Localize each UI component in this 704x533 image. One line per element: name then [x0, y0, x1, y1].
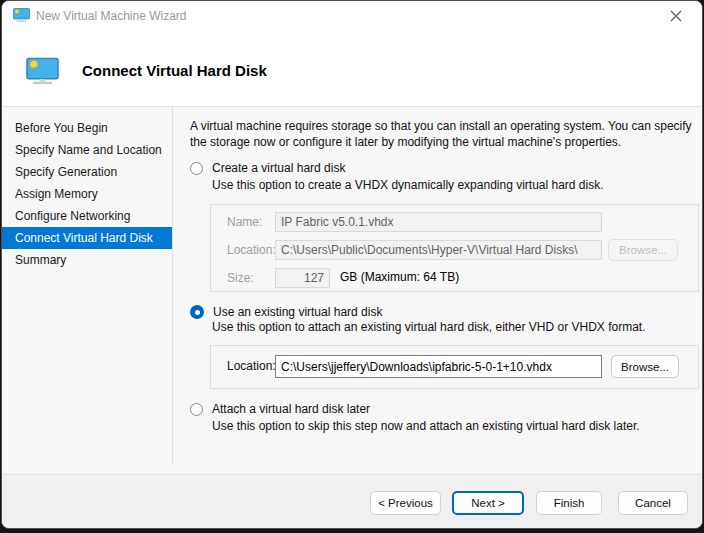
size-suffix: GB (Maximum: 64 TB)	[340, 270, 459, 284]
location-field[interactable]	[275, 355, 602, 378]
page-title: Connect Virtual Hard Disk	[82, 62, 267, 79]
radio-use-existing-virtual-hard-disk[interactable]: Use an existing virtual hard disk	[190, 304, 382, 320]
create-disk-groupbox: Name: Location: Browse... Size: GB (Maxi…	[210, 204, 699, 292]
content-pane: A virtual machine requires storage so th…	[188, 106, 700, 476]
sidebar-item-connect-virtual-hard-disk: Connect Virtual Hard Disk	[2, 227, 172, 249]
browse-button-disabled: Browse...	[608, 239, 678, 261]
sidebar-item-configure-networking: Configure Networking	[2, 205, 172, 227]
radio-create-virtual-hard-disk[interactable]: Create a virtual hard disk	[190, 160, 345, 176]
window-title: New Virtual Machine Wizard	[36, 9, 187, 23]
location-field-disabled	[275, 240, 602, 260]
sidebar-item-specify-generation: Specify Generation	[2, 161, 172, 183]
browse-button[interactable]: Browse...	[611, 355, 679, 378]
cancel-button[interactable]: Cancel	[618, 491, 688, 515]
previous-button[interactable]: < Previous	[370, 491, 441, 515]
radio-selected-icon	[190, 305, 204, 319]
radio-create-label: Create a virtual hard disk	[212, 161, 345, 175]
location-label: Location:	[227, 359, 276, 373]
wizard-monitor-icon	[26, 57, 59, 85]
footer-bar: < Previous Next > Finish Cancel	[2, 474, 702, 528]
app-monitor-icon	[13, 8, 30, 23]
create-description: Use this option to create a VHDX dynamic…	[212, 178, 604, 192]
sidebar-item-assign-memory: Assign Memory	[2, 183, 172, 205]
name-field	[275, 212, 602, 232]
size-label: Size:	[227, 271, 254, 285]
sidebar: Before You Begin Specify Name and Locati…	[2, 106, 172, 476]
sidebar-item-summary: Summary	[2, 249, 172, 271]
existing-disk-groupbox: Location: Browse...	[210, 345, 699, 389]
size-field	[275, 268, 330, 288]
sidebar-divider	[172, 107, 173, 464]
intro-text: A virtual machine requires storage so th…	[190, 118, 696, 150]
radio-existing-label: Use an existing virtual hard disk	[213, 305, 382, 319]
later-description: Use this option to skip this step now an…	[212, 419, 640, 433]
name-label: Name:	[227, 215, 262, 229]
radio-unselected-icon	[190, 403, 203, 416]
sidebar-item-before-you-begin: Before You Begin	[2, 117, 172, 139]
location-label-disabled: Location:	[227, 243, 276, 257]
radio-attach-later[interactable]: Attach a virtual hard disk later	[190, 401, 370, 417]
sidebar-item-specify-name-and-location: Specify Name and Location	[2, 139, 172, 161]
titlebar: New Virtual Machine Wizard	[2, 1, 702, 31]
wizard-window: New Virtual Machine Wizard Connect Virtu…	[1, 0, 703, 529]
finish-button[interactable]: Finish	[536, 491, 602, 515]
close-icon[interactable]	[658, 3, 694, 29]
radio-later-label: Attach a virtual hard disk later	[212, 402, 370, 416]
existing-description: Use this option to attach an existing vi…	[212, 320, 646, 334]
next-button[interactable]: Next >	[452, 491, 524, 515]
radio-unselected-icon	[190, 162, 203, 175]
